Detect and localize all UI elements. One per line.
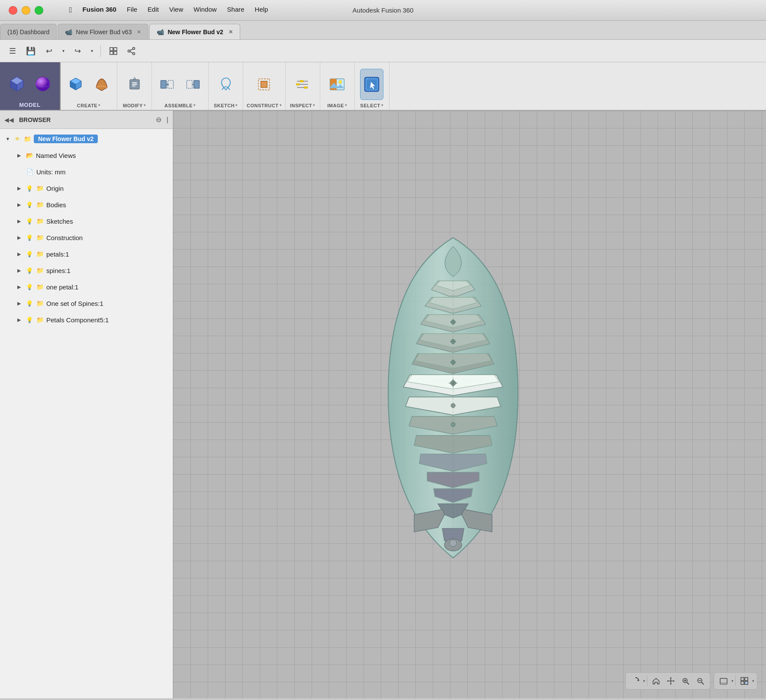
svg-rect-1 bbox=[114, 48, 117, 51]
display-mode-button[interactable] bbox=[717, 674, 731, 688]
construction-eye-icon[interactable]: 💡 bbox=[26, 234, 33, 241]
petals-comp5-eye-icon[interactable]: 💡 bbox=[26, 317, 33, 323]
tree-item-construction[interactable]: 💡 📁 Construction bbox=[0, 229, 173, 246]
window-title: Autodesk Fusion 360 bbox=[353, 6, 414, 14]
maximize-button[interactable] bbox=[35, 6, 43, 15]
one-petal-arrow[interactable] bbox=[15, 284, 23, 290]
menu-file[interactable]: File bbox=[127, 6, 137, 15]
grid-button[interactable] bbox=[106, 44, 121, 58]
redo-button[interactable]: ↪ bbox=[70, 44, 85, 58]
tree-item-bodies[interactable]: 💡 📁 Bodies bbox=[0, 196, 173, 213]
tree-item-petals-comp5[interactable]: 💡 📁 Petals Component5:1 bbox=[0, 311, 173, 328]
share-button[interactable] bbox=[124, 44, 139, 58]
grid-view-button[interactable] bbox=[737, 674, 751, 688]
origin-label: Origin bbox=[46, 185, 64, 192]
redo-dropdown-button[interactable]: ▾ bbox=[88, 44, 95, 58]
display-dropdown-arrow[interactable]: ▾ bbox=[731, 679, 734, 683]
named-views-folder-icon: 📂 bbox=[26, 152, 33, 159]
browser-back-arrows[interactable]: ◀◀ bbox=[4, 116, 14, 123]
svg-point-13 bbox=[36, 77, 50, 91]
undo-dropdown-button[interactable]: ▾ bbox=[60, 44, 67, 58]
zoom-out-button[interactable] bbox=[693, 674, 707, 688]
inspect-icon bbox=[294, 76, 311, 93]
modify-button[interactable] bbox=[123, 69, 146, 100]
menu-share[interactable]: Share bbox=[227, 6, 245, 15]
orbit-button[interactable] bbox=[628, 674, 642, 688]
svg-marker-19 bbox=[133, 77, 136, 80]
tree-root-arrow[interactable] bbox=[3, 136, 12, 141]
sketch-button[interactable] bbox=[214, 69, 238, 100]
browser-collapse-button[interactable]: ⊖ bbox=[156, 116, 161, 124]
menu-help[interactable]: Help bbox=[255, 6, 268, 15]
tab-dashboard[interactable]: (16) Dashboard bbox=[0, 24, 57, 39]
ribbon-image-icons bbox=[325, 65, 349, 102]
named-views-arrow[interactable] bbox=[15, 153, 23, 158]
sphere-button[interactable] bbox=[31, 68, 55, 100]
orbit-dropdown-arrow[interactable]: ▾ bbox=[643, 679, 645, 683]
spines-arrow[interactable] bbox=[15, 268, 23, 273]
tab-flower-v2[interactable]: 📹 New Flower Bud v2 ✕ bbox=[149, 24, 240, 39]
tree-root-item[interactable]: 👁 📁 New Flower Bud v2 bbox=[0, 131, 173, 147]
svg-rect-72 bbox=[720, 678, 727, 684]
apple-menu[interactable]:  bbox=[69, 6, 72, 15]
petals-eye-icon[interactable]: 💡 bbox=[26, 251, 33, 257]
petals-comp5-arrow[interactable] bbox=[15, 317, 23, 323]
menu-window[interactable]: Window bbox=[193, 6, 216, 15]
spines-set-arrow[interactable] bbox=[15, 301, 23, 306]
origin-arrow[interactable] bbox=[15, 186, 23, 191]
sketches-eye-icon[interactable]: 💡 bbox=[26, 218, 33, 225]
tree-item-spines[interactable]: 💡 📁 spines:1 bbox=[0, 262, 173, 279]
assemble-2-button[interactable] bbox=[181, 69, 205, 100]
ribbon-inspect-label: INSPECT bbox=[290, 103, 312, 108]
bodies-arrow[interactable] bbox=[15, 202, 23, 208]
undo-button[interactable]: ↩ bbox=[42, 44, 56, 58]
tab-flower-v63[interactable]: 📹 New Flower Bud v63 ✕ bbox=[58, 24, 148, 39]
ribbon-sketch-section: SKETCH ▾ bbox=[209, 62, 243, 110]
one-petal-eye-icon[interactable]: 💡 bbox=[26, 284, 33, 290]
construction-arrow[interactable] bbox=[15, 235, 23, 241]
named-views-label: Named Views bbox=[36, 152, 76, 159]
tab-flower-v63-close[interactable]: ✕ bbox=[137, 29, 141, 35]
spines-set-eye-icon[interactable]: 💡 bbox=[26, 300, 33, 307]
svg-point-58 bbox=[450, 539, 457, 546]
select-button[interactable] bbox=[360, 69, 383, 100]
menu-edit[interactable]: Edit bbox=[148, 6, 159, 15]
menu-view[interactable]: View bbox=[169, 6, 183, 15]
tree-item-spines-set[interactable]: 💡 📁 One set of Spines:1 bbox=[0, 295, 173, 311]
save-button[interactable]: 💾 bbox=[23, 44, 38, 58]
menu-toggle-button[interactable]: ☰ bbox=[5, 44, 20, 58]
viewport[interactable]: ▾ bbox=[173, 111, 766, 698]
image-button[interactable] bbox=[325, 69, 349, 100]
tree-item-sketches[interactable]: 💡 📁 Sketches bbox=[0, 213, 173, 229]
tree-item-named-views[interactable]: 📂 Named Views bbox=[0, 147, 173, 164]
vp-sep-1 bbox=[647, 676, 647, 686]
tab-flower-v2-close[interactable]: ✕ bbox=[229, 29, 233, 35]
tree-item-one-petal[interactable]: 💡 📁 one petal:1 bbox=[0, 279, 173, 295]
svg-rect-31 bbox=[261, 81, 267, 88]
assemble-1-button[interactable] bbox=[155, 69, 179, 100]
pan-button[interactable] bbox=[664, 674, 678, 688]
units-label: Units: mm bbox=[36, 168, 66, 176]
solid-box-button[interactable] bbox=[5, 68, 29, 100]
spines-eye-icon[interactable]: 💡 bbox=[26, 267, 33, 274]
petals-arrow[interactable] bbox=[15, 251, 23, 257]
create-surface-button[interactable] bbox=[90, 69, 113, 100]
tree-item-units[interactable]: 📄 Units: mm bbox=[0, 164, 173, 180]
home-button[interactable] bbox=[649, 674, 663, 688]
create-box-button[interactable] bbox=[64, 69, 87, 100]
construct-button[interactable] bbox=[252, 69, 276, 100]
minimize-button[interactable] bbox=[22, 6, 30, 15]
inspect-button[interactable] bbox=[291, 69, 314, 100]
bodies-eye-icon[interactable]: 💡 bbox=[26, 202, 33, 208]
tree-item-origin[interactable]: 💡 📁 Origin bbox=[0, 180, 173, 196]
grid-view-dropdown-arrow[interactable]: ▾ bbox=[752, 679, 754, 683]
origin-eye-icon[interactable]: 💡 bbox=[26, 185, 33, 192]
root-eye-icon[interactable]: 👁 bbox=[15, 136, 20, 142]
tree-item-petals[interactable]: 💡 📁 petals:1 bbox=[0, 246, 173, 262]
close-button[interactable] bbox=[9, 6, 17, 15]
browser-expand-button[interactable]: | bbox=[167, 116, 168, 124]
one-petal-folder-icon: 📁 bbox=[36, 283, 44, 290]
zoom-fit-button[interactable] bbox=[679, 674, 692, 688]
sketches-arrow[interactable] bbox=[15, 218, 23, 224]
svg-marker-64 bbox=[673, 680, 675, 682]
